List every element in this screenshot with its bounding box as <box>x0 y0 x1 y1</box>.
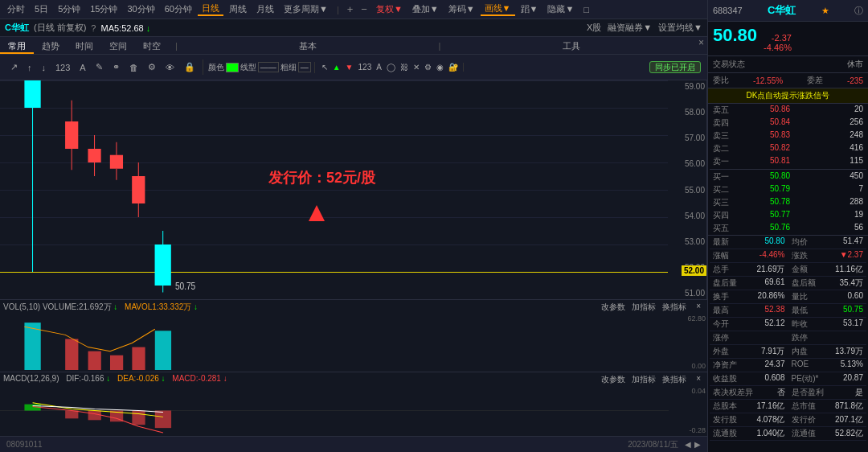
vol-change-btn[interactable]: 换指标 <box>662 302 686 313</box>
num-icon[interactable]: 123 <box>357 63 374 72</box>
stock-name: C华虹 <box>5 22 29 34</box>
period-more[interactable]: 更多周期▼ <box>280 3 332 15</box>
stat-huanshou: 换手 20.86% <box>710 290 788 304</box>
svg-rect-18 <box>155 331 171 370</box>
dn-arrow-icon[interactable]: ▼ <box>344 63 355 72</box>
svg-rect-24 <box>132 411 145 425</box>
period-5min[interactable]: 5分钟 <box>54 3 84 15</box>
label-tool[interactable]: A <box>76 60 89 75</box>
date-label: 2023/08/11/五 <box>628 439 678 450</box>
up-arrow-icon[interactable]: ▲ <box>331 63 342 72</box>
tab-changyong[interactable]: 常用 <box>0 37 34 54</box>
chart-next-btn[interactable]: ▶ <box>694 440 701 449</box>
tab-shijian[interactable]: 时间 <box>68 37 101 54</box>
color-picker[interactable] <box>226 63 239 72</box>
diejia-btn[interactable]: 叠加▼ <box>408 3 443 15</box>
drawing-close[interactable]: × <box>695 37 707 54</box>
info-icon[interactable]: ⓘ <box>854 5 863 17</box>
question-icon[interactable]: ? <box>91 23 96 33</box>
section-tools: 工具 <box>447 37 695 54</box>
dea-label: DEA:-0.026 <box>117 374 159 383</box>
stat-jine: 金额 11.16亿 <box>788 263 867 277</box>
stat-zhangtting: 涨停 <box>710 331 788 345</box>
text-tool[interactable]: 123 <box>51 60 74 75</box>
chart-prev-btn[interactable]: ◀ <box>685 440 691 449</box>
main-chart-area: 分时 5日 5分钟 15分钟 30分钟 60分钟 日线 周线 月线 更多周期▼ … <box>0 0 707 452</box>
chouma-btn[interactable]: 筹码▼ <box>444 3 479 15</box>
a-icon[interactable]: A <box>375 63 383 72</box>
yincang-btn[interactable]: 隐藏▼ <box>543 3 578 15</box>
y-label-4: 56.00 <box>669 159 705 168</box>
trash-icon[interactable]: ✕ <box>411 63 421 72</box>
macd-y-top: 0.04 <box>669 387 706 395</box>
thick-select[interactable]: — <box>298 62 311 72</box>
tool-tabs: 常用 趋势 时间 空间 时空 | 基本 | 工具 × <box>0 37 707 55</box>
period-60min[interactable]: 60分钟 <box>161 3 196 15</box>
chain-icon[interactable]: ⛓ <box>399 63 410 72</box>
period-5day[interactable]: 5日 <box>31 3 52 15</box>
macd-add-btn[interactable]: 加指标 <box>632 374 656 385</box>
mavol-label: MAVOL1:33.332万 <box>125 302 191 311</box>
fuquan-btn[interactable]: 复权▼ <box>372 3 407 15</box>
star-icon[interactable]: ★ <box>821 6 829 16</box>
settings-btn[interactable]: 设置均线▼ <box>658 22 702 34</box>
dao-btn[interactable]: 蹈▼ <box>517 3 542 15</box>
linetype-select[interactable]: —— <box>258 62 279 72</box>
candle-5-body <box>132 176 145 203</box>
stat-biaojuequan: 表决权差异 否 <box>710 386 788 400</box>
xgu-btn[interactable]: X股 <box>587 22 601 34</box>
cursor-tool[interactable]: ↗ <box>6 60 22 75</box>
macd-chart <box>0 387 669 434</box>
sync-button[interactable]: 同步已开启 <box>649 61 701 73</box>
gear-icon[interactable]: ⚙ <box>423 63 433 72</box>
pen-tool[interactable]: ✎ <box>92 60 107 75</box>
tab-kongjian[interactable]: 空间 <box>101 37 135 54</box>
zoom-out[interactable]: − <box>358 3 371 15</box>
volume-bars <box>0 314 669 370</box>
period-daily[interactable]: 日线 <box>198 2 223 16</box>
down-arrow-tool[interactable]: ↓ <box>38 60 51 75</box>
vol-add-btn[interactable]: 加指标 <box>632 302 656 313</box>
lock2-icon[interactable]: 🔐 <box>447 63 460 72</box>
price-chart-panel[interactable]: 59.00 58.00 57.00 56.00 55.00 54.00 53.0… <box>0 80 707 299</box>
period-15min[interactable]: 15分钟 <box>86 3 121 15</box>
macd-change-btn[interactable]: 换指标 <box>662 374 686 385</box>
y-label-9: 51.00 <box>669 289 705 298</box>
svg-text:50.75: 50.75 <box>175 281 195 291</box>
issue-price-axis-label: 52.00 <box>682 265 706 276</box>
vol-close-btn[interactable]: × <box>693 302 704 313</box>
vol-y-axis: 62.80 0.00 <box>669 314 707 370</box>
stock-code: 688347 <box>713 6 743 15</box>
volume-title: VOL(5,10) VOLUME:21.692万 ↓ MAVOL1:33.332… <box>3 302 198 313</box>
right-panel: 688347 C华虹 ★ ⓘ 50.80 -2.37 -4.46% 交易状态 休… <box>707 0 868 452</box>
ellipse-icon[interactable]: ◯ <box>385 63 397 72</box>
visibility-icon[interactable]: ◉ <box>435 63 445 72</box>
zoom-in[interactable]: + <box>344 3 357 15</box>
fullscreen-btn[interactable]: □ <box>579 5 593 14</box>
tab-qushi[interactable]: 趋势 <box>34 37 68 54</box>
huaxian-btn[interactable]: 画线▼ <box>481 2 515 16</box>
period-fenshi[interactable]: 分时 <box>3 3 29 15</box>
macd-close-btn[interactable]: × <box>693 374 704 385</box>
y-label-2: 58.00 <box>669 108 705 117</box>
rongzi-btn[interactable]: 融资融券▼ <box>608 22 652 34</box>
period-monthly[interactable]: 月线 <box>252 3 278 15</box>
macd-params-btn[interactable]: 改参数 <box>601 374 625 385</box>
link-tool[interactable]: ⚭ <box>108 60 124 75</box>
stat-liutonzhi: 流通值 52.82亿 <box>788 427 867 441</box>
bid-row-1: 买一 50.80 450 <box>710 171 866 183</box>
period-30min[interactable]: 30分钟 <box>124 3 159 15</box>
delete-tool[interactable]: 🗑 <box>125 60 142 75</box>
tab-shikong[interactable]: 时空 <box>135 37 169 54</box>
eye-tool[interactable]: 👁 <box>162 60 178 75</box>
stat-pe: PE(动)* 20.87 <box>788 372 867 386</box>
draw-right-tools: ↖ ▲ ▼ 123 A ◯ ⛓ ✕ ⚙ ◉ 🔐 <box>317 63 464 72</box>
lock-tool[interactable]: 🔒 <box>180 60 199 75</box>
status-value: 休市 <box>847 59 863 70</box>
settings-tool[interactable]: ⚙ <box>144 60 160 75</box>
section-basic: 基本 <box>184 37 432 54</box>
vol-params-btn[interactable]: 改参数 <box>601 302 625 313</box>
select-icon[interactable]: ↖ <box>320 63 330 72</box>
arrow-tool[interactable]: ↑ <box>23 60 36 75</box>
period-weekly[interactable]: 周线 <box>225 3 251 15</box>
